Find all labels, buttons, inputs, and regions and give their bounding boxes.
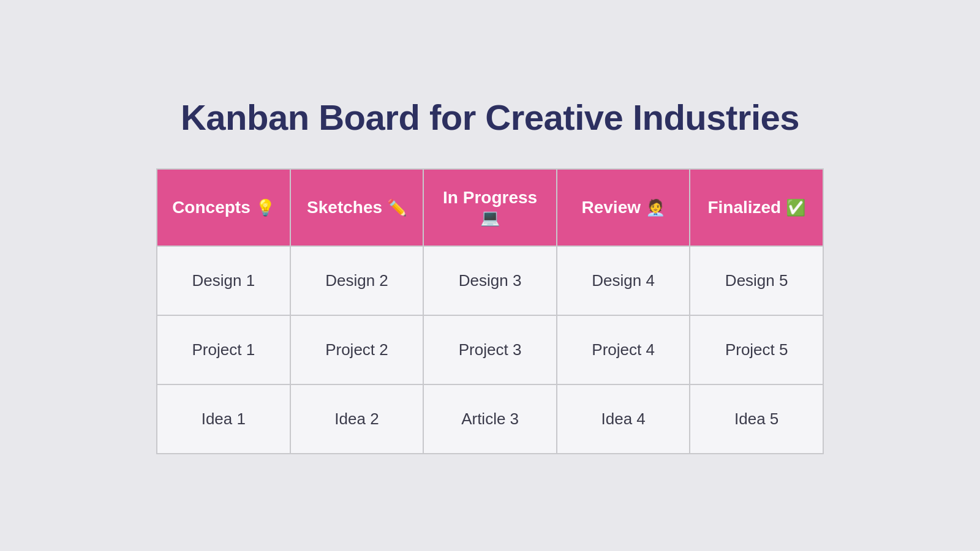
table-cell: Article 3 xyxy=(423,384,557,454)
table-cell: Idea 5 xyxy=(690,384,823,454)
table-cell: Project 4 xyxy=(557,315,690,384)
table-cell: Project 5 xyxy=(690,315,823,384)
table-cell: Idea 2 xyxy=(290,384,424,454)
column-header-sketches: Sketches ✏️ xyxy=(290,169,424,246)
table-row: Design 1Design 2Design 3Design 4Design 5 xyxy=(157,246,823,315)
column-label: Review xyxy=(581,198,641,217)
column-label: In Progress xyxy=(443,188,537,207)
table-cell: Design 5 xyxy=(690,246,823,315)
table-cell: Design 3 xyxy=(423,246,557,315)
table-cell: Idea 4 xyxy=(557,384,690,454)
column-label: Concepts xyxy=(172,198,251,217)
table-cell: Idea 1 xyxy=(157,384,290,454)
table-cell: Project 2 xyxy=(290,315,424,384)
table-cell: Project 3 xyxy=(423,315,557,384)
table-row: Idea 1Idea 2Article 3Idea 4Idea 5 xyxy=(157,384,823,454)
column-emoji: 🧑‍💼 xyxy=(646,198,665,217)
column-header-in-progress: In Progress 💻 xyxy=(423,169,557,246)
column-emoji: ✅ xyxy=(786,198,805,217)
kanban-board: Concepts 💡Sketches ✏️In Progress 💻Review… xyxy=(156,168,824,454)
column-header-finalized: Finalized ✅ xyxy=(690,169,823,246)
table-cell: Design 1 xyxy=(157,246,290,315)
header-row: Concepts 💡Sketches ✏️In Progress 💻Review… xyxy=(157,169,823,246)
column-label: Finalized xyxy=(707,198,781,217)
column-emoji: 💻 xyxy=(480,208,500,227)
column-emoji: ✏️ xyxy=(387,198,407,217)
table-cell: Design 4 xyxy=(557,246,690,315)
page-title: Kanban Board for Creative Industries xyxy=(181,97,799,138)
column-label: Sketches xyxy=(307,198,382,217)
table-cell: Design 2 xyxy=(290,246,424,315)
table-cell: Project 1 xyxy=(157,315,290,384)
table-row: Project 1Project 2Project 3Project 4Proj… xyxy=(157,315,823,384)
column-emoji: 💡 xyxy=(255,198,275,217)
column-header-review: Review 🧑‍💼 xyxy=(557,169,690,246)
column-header-concepts: Concepts 💡 xyxy=(157,169,290,246)
